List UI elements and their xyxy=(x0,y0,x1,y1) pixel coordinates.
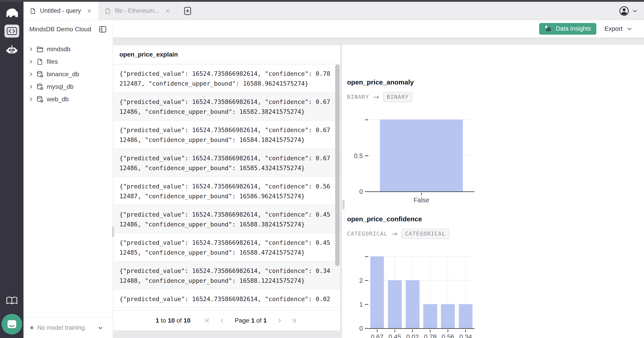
cell-text: {"predicted_value": 16524.735866982614, … xyxy=(120,266,334,276)
cell-text: {"predicted_value": 16524.735866982614, … xyxy=(120,69,334,79)
chevron-down-icon xyxy=(626,26,633,32)
bar-chart: 0120.670.450.020.780.560.34 xyxy=(347,256,644,338)
x-tick-label: 0.56 xyxy=(442,333,454,338)
file-icon xyxy=(36,58,47,65)
status-dot-icon xyxy=(30,326,33,329)
insight-open_price_anomaly: open_price_anomalyBINARY→BINARY00.5False xyxy=(347,78,644,205)
y-tick-label: 1 xyxy=(350,301,363,308)
gridline xyxy=(368,256,474,256)
x-tick-mark xyxy=(412,330,413,332)
sidebar-item-binance_db[interactable]: binance_db xyxy=(24,68,113,80)
chevron-down-icon xyxy=(632,8,638,14)
y-tick-label: 0 xyxy=(350,325,363,332)
tab-file-ethereum[interactable]: file - Ethereum... xyxy=(98,2,177,20)
table-row[interactable]: {"predicted_value": 16524.735866982614, … xyxy=(113,92,340,121)
table-row[interactable]: {"predicted_value": 16524.735866982614, … xyxy=(113,121,340,149)
results-table: open_price_explain {"predicted_value": 1… xyxy=(113,45,340,330)
editor-nav-button[interactable] xyxy=(4,24,19,38)
y-tick: 1 xyxy=(350,301,368,308)
chevron-right-icon[interactable] xyxy=(28,72,36,77)
collapse-panel-button[interactable] xyxy=(99,26,106,33)
sidebar-item-mindsdb[interactable]: mindsdb xyxy=(24,43,113,56)
table-row[interactable]: {"predicted_value": 16524.735866982614, … xyxy=(113,205,340,234)
y-tick-mark xyxy=(365,120,368,120)
y-tick-mark xyxy=(365,280,368,281)
table-row[interactable]: {"predicted_value": 16524.735866982614, … xyxy=(113,262,340,290)
assistant-nav-button[interactable] xyxy=(4,44,19,57)
folder-icon xyxy=(36,46,47,53)
bar xyxy=(459,304,473,328)
database-icon xyxy=(36,71,47,78)
export-menu[interactable]: Export xyxy=(604,25,633,32)
workspace: Data Insights Export open_price_explain … xyxy=(113,20,644,338)
type-mapping: BINARY→BINARY xyxy=(347,92,644,102)
x-tick-label: 0.34 xyxy=(459,333,472,338)
sidebar-item-web_db[interactable]: web_db xyxy=(24,93,113,106)
y-tick-mark xyxy=(365,304,368,305)
column-header: open_price_explain xyxy=(113,45,340,64)
first-page-button[interactable] xyxy=(204,317,211,324)
chevron-right-icon[interactable] xyxy=(28,97,36,102)
explorer-header: MindsDB Demo Cloud xyxy=(24,20,113,38)
chevron-right-icon[interactable] xyxy=(28,47,36,52)
sidebar-item-label: web_db xyxy=(47,96,69,103)
table-row[interactable]: {"predicted_value": 16524.735866982614, … xyxy=(113,149,340,177)
next-page-button[interactable] xyxy=(276,317,283,324)
file-icon xyxy=(105,8,111,14)
panel-resize-handle[interactable] xyxy=(342,200,344,210)
file-icon xyxy=(30,8,36,14)
x-tick-label: 0.45 xyxy=(389,333,401,338)
x-tick-mark xyxy=(421,193,422,196)
x-tick-mark xyxy=(448,330,448,332)
table-row[interactable]: {"predicted_value": 16524.735866982614, … xyxy=(113,64,340,92)
status-text: No model training. xyxy=(37,324,86,331)
cell-text: {"predicted_value": 16524.735866982614, … xyxy=(120,125,334,135)
y-tick-label: 0.5 xyxy=(350,152,363,160)
bar xyxy=(406,280,420,328)
new-tab-button[interactable] xyxy=(183,6,193,16)
sidebar-item-files[interactable]: files xyxy=(24,56,113,68)
avatar-icon xyxy=(619,6,629,16)
target-type-badge: CATEGORICAL xyxy=(402,229,449,239)
training-status-bar[interactable]: No model training. xyxy=(24,317,113,338)
close-icon[interactable] xyxy=(164,8,170,14)
x-tick-mark xyxy=(377,330,378,332)
sidebar-item-mysql_db[interactable]: mysql_db xyxy=(24,80,113,93)
plus-square-icon xyxy=(183,6,193,16)
tab-untitled-query[interactable]: Untitled - query xyxy=(24,2,98,20)
bar xyxy=(370,256,384,328)
table-scrollbar[interactable] xyxy=(335,64,340,266)
table-row[interactable]: {"predicted_value": 16524.735866982614, … xyxy=(113,177,340,205)
x-tick-mark xyxy=(465,330,466,332)
table-row[interactable]: {"predicted_value": 16524.735866982614, … xyxy=(113,290,340,308)
x-tick-label: 0.78 xyxy=(424,333,436,338)
chevron-right-icon[interactable] xyxy=(28,84,36,89)
last-page-button[interactable] xyxy=(291,317,298,324)
bar xyxy=(380,120,463,191)
y-tick-label: 2 xyxy=(350,277,363,284)
cell-text: {"predicted_value": 16524.735866982614, … xyxy=(120,210,334,220)
table-body: {"predicted_value": 16524.735866982614, … xyxy=(113,64,340,310)
docs-nav-button[interactable] xyxy=(4,294,19,307)
panel-resize-handle[interactable] xyxy=(112,226,114,237)
cell-text: 12486, "confidence_upper_bound": 16584.1… xyxy=(120,135,334,145)
previous-page-button[interactable] xyxy=(219,317,226,324)
sidebar-item-label: binance_db xyxy=(47,71,79,78)
x-tick-mark xyxy=(394,330,395,332)
cell-text: 12487, "confidence_upper_bound": 16586.9… xyxy=(120,191,334,201)
y-tick: 0.5 xyxy=(350,152,368,160)
arrow-right-icon: → xyxy=(373,94,379,100)
close-icon[interactable] xyxy=(86,8,92,14)
chevron-down-icon[interactable] xyxy=(97,324,104,331)
open-book-icon xyxy=(6,296,18,305)
source-type-label: CATEGORICAL xyxy=(347,231,388,237)
y-tick-mark xyxy=(365,328,368,329)
chevron-right-icon[interactable] xyxy=(28,59,36,64)
account-menu[interactable] xyxy=(619,2,644,20)
table-row[interactable]: {"predicted_value": 16524.735866982614, … xyxy=(113,234,340,262)
chat-launcher-button[interactable] xyxy=(2,314,22,334)
y-tick-mark xyxy=(365,155,368,156)
data-insights-button[interactable]: Data Insights xyxy=(539,23,596,35)
type-mapping: CATEGORICAL→CATEGORICAL xyxy=(347,229,644,239)
tab-bar: Untitled - query file - Ethereum... xyxy=(24,2,644,20)
